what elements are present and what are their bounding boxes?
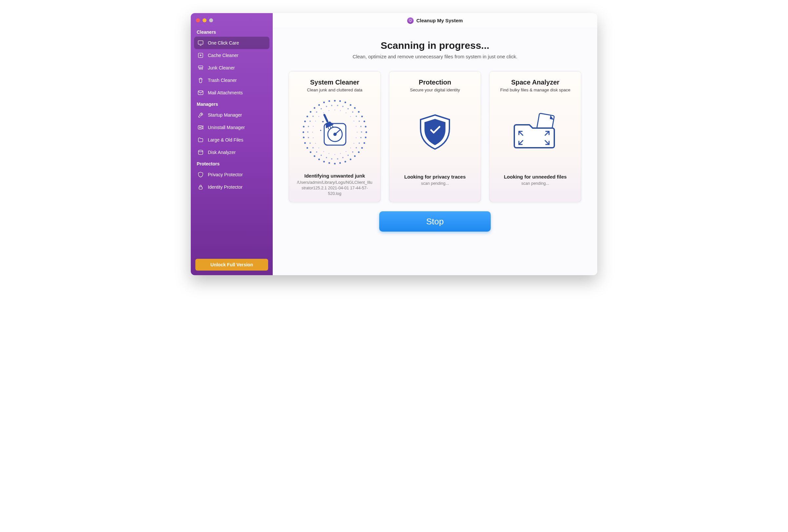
sidebar-item-label: Privacy Protector [208, 172, 243, 177]
close-window-button[interactable] [196, 18, 200, 22]
sidebar-item-one-click-care[interactable]: One Click Care [194, 37, 270, 49]
sidebar-item-startup-manager[interactable]: Startup Manager [194, 109, 270, 121]
hero-subtitle: Clean, optimize and remove unnecessary f… [281, 54, 589, 59]
sidebar-item-label: Junk Cleaner [208, 65, 235, 70]
card-detail: scan pending... [519, 181, 551, 197]
card-subtitle: Clean junk and cluttered data [307, 87, 362, 93]
shield-icon [197, 171, 204, 178]
card-status: Identifying unwanted junk [304, 173, 365, 179]
trash-icon [197, 77, 204, 84]
svg-text:✦: ✦ [321, 120, 324, 123]
sidebar-item-mail-attachments[interactable]: Mail Attachments [194, 86, 270, 99]
stop-button[interactable]: Stop [379, 211, 491, 231]
card-subtitle: Find bulky files & manage disk space [500, 87, 570, 93]
card-title: Protection [419, 79, 451, 86]
shredder-icon [197, 64, 204, 71]
svg-rect-15 [409, 20, 412, 21]
app-window: Cleaners One Click Care Cache Cleaner Ju… [191, 13, 597, 275]
shield-check-illustration [395, 96, 475, 169]
svg-rect-0 [198, 41, 203, 44]
card-space-analyzer: Space Analyzer Find bulky files & manage… [489, 71, 581, 202]
sidebar-section-protectors: Protectors [197, 161, 267, 166]
card-detail: /Users/admin/Library/Logs/NGLClient_Illu… [294, 180, 375, 197]
folder-expand-illustration [495, 96, 576, 169]
disk-broom-illustration: ✦ ✦ [294, 96, 375, 168]
sidebar-item-label: One Click Care [208, 40, 239, 45]
card-system-cleaner: System Cleaner Clean junk and cluttered … [289, 71, 380, 202]
sidebar-item-disk-analyzer[interactable]: Disk Analyzer [194, 146, 270, 159]
sidebar-item-label: Uninstall Manager [208, 125, 245, 130]
sidebar-item-label: Cache Cleaner [208, 53, 238, 58]
svg-point-9 [201, 114, 202, 115]
main-content: Cleanup My System Scanning in progress..… [273, 13, 597, 275]
files-icon [197, 137, 204, 143]
sidebar-item-label: Disk Analyzer [208, 150, 236, 155]
card-title: Space Analyzer [511, 79, 559, 86]
hero-title: Scanning in progress... [281, 40, 589, 51]
footer: Stop [273, 202, 597, 241]
card-protection: Protection Secure your digital identity … [389, 71, 481, 202]
card-status: Looking for unneeded files [504, 174, 567, 180]
svg-rect-8 [198, 91, 203, 95]
svg-rect-14 [199, 187, 202, 189]
sidebar-item-identity-protector[interactable]: Identity Protector [194, 181, 270, 193]
card-status: Looking for privacy traces [404, 174, 466, 180]
sidebar: Cleaners One Click Care Cache Cleaner Ju… [191, 13, 273, 275]
svg-text:✦: ✦ [320, 129, 322, 132]
svg-rect-3 [198, 66, 202, 68]
card-detail: scan pending... [419, 181, 451, 197]
sidebar-item-label: Startup Manager [208, 112, 242, 118]
maximize-window-button[interactable] [209, 18, 213, 22]
sidebar-item-label: Identity Protector [208, 184, 242, 190]
window-controls [194, 17, 270, 27]
download-box-icon [197, 52, 204, 59]
disk-icon [197, 149, 204, 156]
app-icon [407, 17, 414, 24]
titlebar: Cleanup My System [273, 13, 597, 28]
sidebar-item-label: Trash Cleaner [208, 78, 237, 83]
sidebar-item-label: Mail Attachments [208, 90, 243, 95]
unlock-full-version-button[interactable]: Unlock Full Version [195, 259, 268, 271]
sidebar-item-trash-cleaner[interactable]: Trash Cleaner [194, 74, 270, 86]
sidebar-item-label: Large & Old Files [208, 137, 243, 143]
mail-icon [197, 89, 204, 96]
uninstall-icon [197, 124, 204, 131]
sidebar-item-uninstall-manager[interactable]: Uninstall Manager [194, 121, 270, 134]
card-subtitle: Secure your digital identity [410, 87, 460, 93]
scan-cards: System Cleaner Clean junk and cluttered … [273, 65, 597, 202]
hero: Scanning in progress... Clean, optimize … [273, 28, 597, 65]
monitor-icon [197, 40, 204, 46]
sidebar-section-managers: Managers [197, 102, 267, 107]
card-title: System Cleaner [310, 79, 359, 86]
svg-point-13 [198, 150, 202, 152]
app-title: Cleanup My System [416, 18, 463, 23]
sidebar-item-cache-cleaner[interactable]: Cache Cleaner [194, 49, 270, 62]
sidebar-item-junk-cleaner[interactable]: Junk Cleaner [194, 62, 270, 74]
minimize-window-button[interactable] [202, 18, 206, 22]
sidebar-item-large-old-files[interactable]: Large & Old Files [194, 134, 270, 146]
rocket-icon [197, 112, 204, 118]
sidebar-item-privacy-protector[interactable]: Privacy Protector [194, 168, 270, 181]
sidebar-section-cleaners: Cleaners [197, 29, 267, 35]
lock-icon [197, 184, 204, 190]
